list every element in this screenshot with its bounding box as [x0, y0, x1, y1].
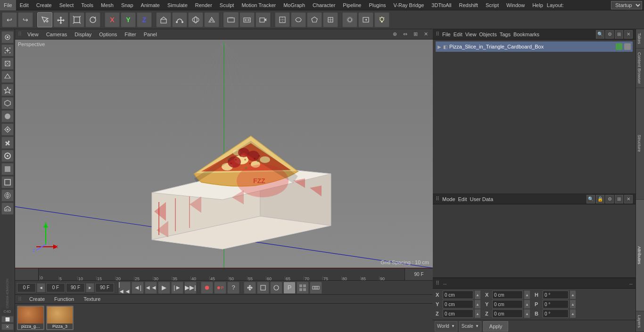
- menu-render[interactable]: Render: [191, 0, 216, 10]
- menu-motion-tracker[interactable]: Motion Tracker: [238, 0, 280, 10]
- attr-close-btn[interactable]: ✕: [624, 195, 633, 203]
- axis-x-button[interactable]: X: [105, 12, 120, 27]
- menu-mograph[interactable]: MoGraph: [280, 0, 309, 10]
- deformer-button[interactable]: [204, 12, 219, 27]
- menu-character[interactable]: Character: [309, 0, 339, 10]
- menu-snap[interactable]: Snap: [117, 0, 137, 10]
- step-fwd-btn[interactable]: |►: [171, 282, 183, 294]
- c4d-logo-btn[interactable]: C4D: [1, 308, 14, 315]
- material-swatch-pizza-g[interactable]: pizza_g…: [17, 306, 44, 330]
- layout-select[interactable]: Startup: [611, 1, 642, 9]
- obj-tag-green[interactable]: [616, 43, 622, 50]
- record-rot-btn[interactable]: ?: [227, 282, 239, 294]
- playback-preview-start[interactable]: 0 F: [46, 283, 65, 292]
- side-tool-2[interactable]: [1, 57, 14, 70]
- obj-menu-view[interactable]: View: [465, 32, 477, 37]
- viewport-menu-view[interactable]: View: [25, 32, 41, 37]
- playback-end-right[interactable]: ►: [86, 283, 94, 292]
- side-tool-6[interactable]: [1, 110, 14, 122]
- menu-vray[interactable]: V-Ray Bridge: [390, 0, 428, 10]
- play-reverse-btn[interactable]: ◄◄: [145, 282, 157, 294]
- step-back-btn[interactable]: ◄|: [132, 282, 144, 294]
- record-pos-btn[interactable]: ⏺P: [214, 282, 226, 294]
- menu-plugins[interactable]: Plugins: [365, 0, 389, 10]
- obj-close-btn[interactable]: ✕: [624, 30, 633, 39]
- vtab-layers[interactable]: Layers: [636, 311, 644, 332]
- keyframe-btn[interactable]: [223, 12, 239, 27]
- motion-btn[interactable]: [310, 282, 322, 294]
- rot-p-up[interactable]: ▲: [570, 300, 576, 308]
- obj-menu-tags[interactable]: Tags: [500, 32, 511, 37]
- obj-settings-btn[interactable]: ⚙: [605, 30, 614, 39]
- side-tool-10[interactable]: [1, 163, 14, 175]
- mat-menu-create[interactable]: Create: [27, 296, 47, 302]
- menu-window[interactable]: Window: [503, 0, 528, 10]
- spline-mode-btn[interactable]: [291, 12, 306, 27]
- scale-view-btn[interactable]: [257, 282, 269, 294]
- side-tool-5[interactable]: [1, 97, 14, 109]
- uv-mode-btn[interactable]: [323, 12, 338, 27]
- play-btn[interactable]: ▶: [158, 282, 170, 294]
- side-tool-13[interactable]: [1, 202, 14, 215]
- size-y-up[interactable]: ▲: [524, 300, 530, 308]
- viewport-icon-crosshair[interactable]: ⊕: [390, 30, 399, 39]
- select-tool-button[interactable]: [37, 12, 52, 27]
- pos-z-up[interactable]: ▲: [475, 309, 480, 318]
- obj-menu-bookmarks[interactable]: Bookmarks: [513, 32, 539, 37]
- obj-menu-objects[interactable]: Objects: [479, 32, 496, 37]
- rotate-view-btn[interactable]: [270, 282, 282, 294]
- undo-button[interactable]: ↩: [2, 12, 17, 27]
- nurbs-button[interactable]: [188, 12, 203, 27]
- axis-z-button[interactable]: Z: [137, 12, 152, 27]
- attr-menu-userdata[interactable]: User Data: [470, 196, 494, 202]
- pos-x-up[interactable]: ▲: [475, 291, 480, 299]
- playback-preview-end[interactable]: 90 F: [66, 283, 85, 292]
- mat-menu-function[interactable]: Function: [52, 296, 76, 302]
- size-x-up[interactable]: ▲: [524, 291, 530, 299]
- obj-menu-edit[interactable]: Edit: [454, 32, 462, 37]
- size-z-up[interactable]: ▲: [524, 309, 530, 318]
- menu-script[interactable]: Script: [482, 0, 503, 10]
- viewport-menu-panel[interactable]: Panel: [142, 32, 159, 37]
- material-swatch-pizza-3[interactable]: Pizza_3: [46, 306, 74, 330]
- menu-file[interactable]: File: [0, 0, 16, 10]
- obj-item-pizza[interactable]: ▶ ◧ Pizza_Slice_in_Triangle_Cardboard_Bo…: [436, 41, 633, 52]
- rot-h-up[interactable]: ▲: [570, 291, 576, 299]
- side-tool-12[interactable]: [1, 189, 14, 202]
- attr-menu-edit[interactable]: Edit: [458, 196, 467, 202]
- render-settings-btn[interactable]: [342, 12, 357, 27]
- viewport-icon-expand[interactable]: ⊞: [411, 30, 420, 39]
- playback-start-frame[interactable]: 0 F: [17, 283, 36, 292]
- side-tool-4[interactable]: [1, 84, 14, 96]
- menu-sculpt[interactable]: Sculpt: [216, 0, 238, 10]
- viewport-menu-options[interactable]: Options: [97, 32, 119, 37]
- viewport-menu-display[interactable]: Display: [73, 32, 93, 37]
- go-to-end-btn[interactable]: ▶▶|: [184, 282, 197, 294]
- 3d-viewport[interactable]: .gl{stroke:#888;stroke-width:0.5;opacity…: [15, 40, 433, 268]
- go-to-start-btn[interactable]: |◄◄: [118, 282, 131, 294]
- move-tool-button[interactable]: [53, 12, 68, 27]
- size-y-input[interactable]: [492, 300, 523, 308]
- viewport-icon-close[interactable]: ✕: [421, 30, 430, 39]
- object-tool-button[interactable]: [156, 12, 171, 27]
- obj-tag-grey[interactable]: [624, 43, 631, 50]
- obj-menu-file[interactable]: File: [442, 32, 451, 37]
- side-tool-3[interactable]: [1, 71, 14, 83]
- rot-b-up[interactable]: ▲: [570, 309, 576, 318]
- record-all-btn[interactable]: ⏺: [201, 282, 213, 294]
- menu-create[interactable]: Create: [33, 0, 56, 10]
- vtab-takes[interactable]: Takes: [636, 29, 644, 49]
- vtab-content-browser[interactable]: Content Browser: [636, 49, 644, 88]
- menu-edit[interactable]: Edit: [16, 0, 33, 10]
- timeline-ruler[interactable]: 0 5 10 15 20 25 30 35 40 45 50 55 60 65 …: [39, 268, 405, 280]
- pos-y-input[interactable]: [443, 300, 473, 308]
- playback-end-frame[interactable]: 90 F: [95, 283, 114, 292]
- attr-search-btn[interactable]: 🔍: [586, 195, 595, 203]
- pos-x-input[interactable]: [443, 291, 473, 299]
- scale-dropdown[interactable]: Scale ▼: [459, 321, 481, 332]
- c4d-close-btn[interactable]: ✕: [1, 324, 14, 330]
- side-tool-8[interactable]: [1, 137, 14, 149]
- c4d-screen-btn[interactable]: ⬜: [1, 316, 14, 323]
- filmstrip-btn[interactable]: [239, 12, 255, 27]
- axis-y-button[interactable]: Y: [121, 12, 136, 27]
